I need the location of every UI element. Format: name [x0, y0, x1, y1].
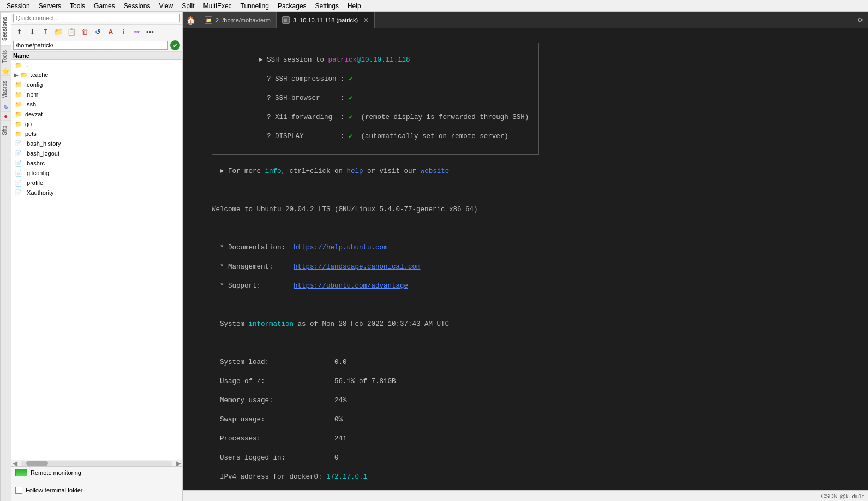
sidebar-star-icon[interactable]: ⭐	[1, 67, 11, 76]
file-icon: 📄	[14, 159, 23, 167]
file-name: go	[25, 121, 32, 127]
toolbar-upload[interactable]: ⬆	[13, 26, 25, 38]
tab-2-label: 3. 10.10.11.118 (patrick)	[293, 17, 358, 23]
file-list-header: Name	[11, 52, 182, 60]
sidebar-tab-sftp[interactable]: Sftp	[1, 121, 11, 140]
menu-tools[interactable]: Tools	[65, 1, 89, 11]
file-name: ..	[25, 62, 28, 68]
menu-servers[interactable]: Servers	[34, 1, 65, 11]
toolbar-highlight[interactable]: ✏	[131, 26, 143, 38]
file-item-bash-history[interactable]: 📄 .bash_history	[11, 139, 182, 148]
tab-folder-icon: 📁	[205, 16, 212, 24]
menu-split[interactable]: Split	[177, 1, 199, 11]
file-name: .gitconfig	[25, 170, 49, 176]
tab-1[interactable]: 📁 2. /home/mobaxterm	[199, 12, 277, 28]
file-name: devzat	[25, 111, 43, 117]
toolbar-rename[interactable]: T	[39, 26, 51, 38]
folder-icon: 📁	[14, 130, 23, 138]
menu-tunneling[interactable]: Tunneling	[236, 1, 273, 11]
file-item-ssh[interactable]: 📁 .ssh	[11, 99, 182, 109]
toolbar-copy[interactable]: 📋	[65, 26, 77, 38]
tab-ssh-icon: 🖥	[282, 16, 290, 24]
file-name: .bashrc	[25, 160, 45, 166]
right-area: 🏠 📁 2. /home/mobaxterm 🖥 3. 10.10.11.118…	[183, 12, 868, 501]
menu-games[interactable]: Games	[89, 1, 119, 11]
menu-help[interactable]: Help	[343, 1, 366, 11]
tab-home-button[interactable]: 🏠	[183, 12, 199, 28]
tab-2-close[interactable]: ✕	[363, 16, 369, 24]
follow-terminal-option[interactable]: Follow terminal folder	[11, 479, 182, 501]
toolbar-download[interactable]: ⬇	[26, 26, 38, 38]
file-item-npm[interactable]: 📁 .npm	[11, 90, 182, 99]
file-item-xauthority[interactable]: 📄 .Xauthority	[11, 188, 182, 198]
menu-view[interactable]: View	[154, 1, 177, 11]
file-item-bashrc[interactable]: 📄 .bashrc	[11, 158, 182, 168]
monitor-icon	[15, 469, 27, 476]
file-icon: 📄	[14, 169, 23, 177]
follow-terminal-label: Follow terminal folder	[26, 487, 83, 493]
mgmt-link[interactable]: https://landscape.canonical.com	[294, 263, 421, 271]
menu-packages[interactable]: Packages	[273, 1, 311, 11]
folder-icon: 📁	[14, 110, 23, 118]
file-panel-bottom: Remote monitoring Follow terminal folder	[11, 466, 182, 501]
quick-connect-input[interactable]	[13, 14, 180, 22]
remote-monitoring-label: Remote monitoring	[31, 469, 81, 476]
follow-terminal-checkbox[interactable]	[15, 487, 22, 494]
file-panel: ⬆ ⬇ T 📁 📋 🗑 ↺ A i ✏ ▪▪▪ ✔ Name 📁 ..	[11, 12, 183, 501]
file-name: .config	[25, 81, 43, 88]
scrollbar-thumb[interactable]	[26, 461, 48, 466]
terminal[interactable]: ► SSH session to patrick@10.10.11.118 ? …	[183, 28, 868, 490]
file-item-go[interactable]: 📁 go	[11, 119, 182, 129]
menu-sessions[interactable]: Sessions	[119, 1, 155, 11]
tab-1-label: 2. /home/mobaxterm	[215, 17, 271, 23]
folder-icon: 📁	[20, 71, 28, 79]
terminal-welcome: Welcome to Ubuntu 20.04.2 LTS (GNU/Linux…	[212, 206, 478, 213]
folder-icon: 📁	[14, 81, 23, 88]
file-item-pets[interactable]: 📁 pets	[11, 129, 182, 139]
toolbar-info[interactable]: i	[118, 26, 130, 38]
path-bar: ✔	[11, 39, 182, 52]
menu-session[interactable]: Session	[2, 1, 34, 11]
path-input[interactable]	[13, 41, 168, 50]
file-name: .profile	[25, 180, 43, 186]
file-item-config[interactable]: 📁 .config	[11, 80, 182, 90]
remote-monitoring-button[interactable]: Remote monitoring	[11, 467, 182, 479]
scrollbar-track[interactable]	[21, 461, 172, 466]
path-ok-button[interactable]: ✔	[170, 40, 180, 50]
sidebar-tab-tools[interactable]: Tools	[1, 45, 11, 67]
doc-link[interactable]: https://help.ubuntu.com	[294, 244, 388, 252]
sidebar-dot-icon[interactable]: ●	[1, 112, 11, 121]
sidebar-tab-macros[interactable]: Macros	[1, 76, 11, 103]
file-item-bash-logout[interactable]: 📄 .bash_logout	[11, 148, 182, 158]
status-text: CSDN @k_du1t	[821, 493, 864, 499]
vertical-sidebar-tabs: Sessions Tools ⭐ Macros ✎ ● Sftp	[0, 12, 11, 501]
file-item-gitconfig[interactable]: 📄 .gitconfig	[11, 168, 182, 178]
file-item-cache[interactable]: ▶ 📁 .cache	[11, 70, 182, 80]
file-item-profile[interactable]: 📄 .profile	[11, 178, 182, 188]
tab-2[interactable]: 🖥 3. 10.10.11.118 (patrick) ✕	[277, 12, 375, 28]
file-item-dotdot[interactable]: 📁 ..	[11, 60, 182, 70]
sidebar-pencil-icon[interactable]: ✎	[1, 103, 11, 112]
toolbar-edit[interactable]: A	[105, 26, 117, 38]
folder-icon: 📁	[14, 61, 23, 69]
file-list[interactable]: 📁 .. ▶ 📁 .cache 📁 .config 📁 .npm 📁 .ssh	[11, 60, 182, 460]
file-panel-hscrollbar[interactable]: ◀ ▶	[11, 460, 182, 466]
support-link[interactable]: https://ubuntu.com/advantage	[294, 282, 408, 290]
column-name: Name	[13, 52, 180, 59]
toolbar-refresh[interactable]: ↺	[92, 26, 104, 38]
toolbar-more[interactable]: ▪▪▪	[144, 26, 156, 38]
folder-icon: 📁	[14, 120, 23, 128]
file-icon: 📄	[14, 179, 23, 187]
tab-settings-button[interactable]: ⚙	[852, 12, 868, 28]
script-icon: 📄	[14, 140, 23, 147]
toolbar-new-folder[interactable]: 📁	[52, 26, 64, 38]
status-bar: CSDN @k_du1t	[183, 490, 868, 501]
file-name: pets	[25, 130, 37, 137]
terminal-info-box: ► SSH session to patrick@10.10.11.118 ? …	[212, 43, 539, 156]
menu-multiexec[interactable]: MultiExec	[199, 1, 236, 11]
file-item-devzat[interactable]: 📁 devzat	[11, 109, 182, 119]
folder-icon: 📁	[14, 100, 23, 108]
menu-settings[interactable]: Settings	[311, 1, 343, 11]
sidebar-tab-sessions[interactable]: Sessions	[1, 12, 11, 45]
toolbar-delete[interactable]: 🗑	[79, 26, 91, 38]
